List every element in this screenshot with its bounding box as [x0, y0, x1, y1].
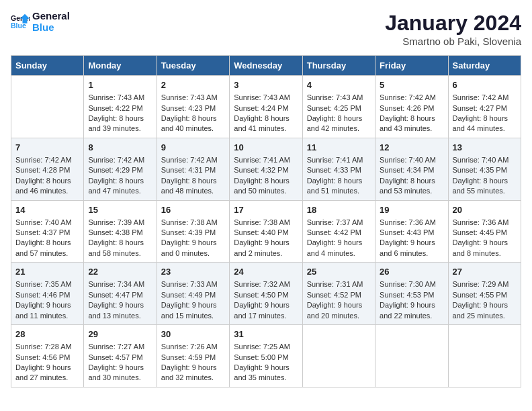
day-number: 7: [15, 142, 79, 154]
day-number: 19: [380, 204, 443, 216]
calendar-cell: [448, 325, 521, 387]
cell-line: and 13 minutes.: [88, 312, 140, 320]
weekday-header-row: SundayMondayTuesdayWednesdayThursdayFrid…: [11, 56, 521, 76]
calendar-cell: 31Sunrise: 7:25 AMSunset: 5:00 PMDayligh…: [230, 325, 302, 387]
cell-line: Sunrise: 7:41 AM: [234, 156, 290, 164]
weekday-header-tuesday: Tuesday: [157, 56, 229, 76]
cell-line: Sunrise: 7:41 AM: [307, 156, 363, 164]
cell-line: Sunrise: 7:42 AM: [453, 93, 509, 101]
calendar-header: SundayMondayTuesdayWednesdayThursdayFrid…: [11, 56, 521, 76]
day-number: 3: [234, 79, 298, 91]
title-block: January 2024 Smartno ob Paki, Slovenia: [385, 11, 521, 47]
cell-line: Sunset: 4:34 PM: [380, 166, 434, 174]
weekday-header-friday: Friday: [375, 56, 448, 76]
cell-line: and 2 minutes.: [234, 249, 282, 257]
day-number: 9: [161, 142, 225, 154]
cell-line: and 43 minutes.: [380, 124, 432, 132]
cell-line: Sunset: 4:28 PM: [15, 166, 70, 174]
cell-line: Sunrise: 7:42 AM: [88, 156, 144, 164]
cell-line: and 44 minutes.: [453, 124, 505, 132]
cell-line: Sunrise: 7:42 AM: [161, 156, 218, 164]
cell-line: and 55 minutes.: [453, 187, 505, 195]
cell-line: Sunset: 4:52 PM: [307, 291, 361, 299]
cell-line: Sunrise: 7:40 AM: [453, 156, 509, 164]
cell-line: Daylight: 8 hours: [380, 114, 435, 122]
calendar-cell: 30Sunrise: 7:26 AMSunset: 4:59 PMDayligh…: [157, 325, 229, 387]
calendar-cell: 3Sunrise: 7:43 AMSunset: 4:24 PMDaylight…: [230, 76, 302, 138]
cell-line: and 22 minutes.: [380, 312, 432, 320]
cell-line: Sunrise: 7:43 AM: [161, 93, 218, 101]
cell-line: Sunrise: 7:26 AM: [161, 342, 218, 351]
cell-line: Daylight: 9 hours: [380, 301, 435, 309]
cell-line: and 6 minutes.: [380, 249, 428, 257]
day-number: 18: [307, 204, 371, 216]
day-number: 5: [380, 79, 443, 91]
cell-line: Daylight: 8 hours: [88, 177, 144, 185]
cell-line: Daylight: 9 hours: [307, 238, 363, 246]
cell-line: Sunrise: 7:35 AM: [15, 280, 72, 288]
day-number: 17: [234, 204, 298, 216]
calendar-cell: 21Sunrise: 7:35 AMSunset: 4:46 PMDayligh…: [11, 263, 84, 325]
calendar-cell: 2Sunrise: 7:43 AMSunset: 4:23 PMDaylight…: [157, 76, 229, 138]
weekday-header-sunday: Sunday: [11, 56, 84, 76]
cell-line: and 57 minutes.: [15, 249, 68, 257]
cell-line: Sunset: 4:47 PM: [88, 291, 142, 299]
calendar-title: January 2024: [385, 11, 521, 36]
cell-line: Sunset: 4:39 PM: [161, 228, 216, 236]
cell-line: Daylight: 8 hours: [234, 114, 290, 122]
cell-line: Sunrise: 7:43 AM: [88, 93, 144, 101]
cell-line: Daylight: 9 hours: [88, 363, 144, 371]
day-number: 20: [453, 204, 517, 216]
cell-line: Daylight: 8 hours: [453, 177, 508, 185]
cell-line: Daylight: 8 hours: [161, 177, 217, 185]
calendar-cell: 7Sunrise: 7:42 AMSunset: 4:28 PMDaylight…: [11, 138, 84, 200]
cell-line: Sunrise: 7:28 AM: [15, 342, 72, 351]
cell-line: Daylight: 9 hours: [161, 238, 217, 246]
cell-line: and 47 minutes.: [88, 187, 140, 195]
cell-line: and 51 minutes.: [307, 187, 359, 195]
cell-line: and 32 minutes.: [161, 373, 214, 381]
cell-line: Sunset: 4:35 PM: [453, 166, 507, 174]
cell-line: Sunset: 4:26 PM: [380, 104, 434, 112]
cell-line: Sunrise: 7:39 AM: [88, 218, 144, 226]
cell-line: Daylight: 9 hours: [15, 363, 71, 371]
day-number: 2: [161, 79, 225, 91]
day-number: 16: [161, 204, 225, 216]
cell-line: and 20 minutes.: [307, 312, 359, 320]
calendar-table: SundayMondayTuesdayWednesdayThursdayFrid…: [11, 55, 521, 387]
calendar-body: 1Sunrise: 7:43 AMSunset: 4:22 PMDaylight…: [11, 76, 521, 387]
calendar-cell: 28Sunrise: 7:28 AMSunset: 4:56 PMDayligh…: [11, 325, 84, 387]
cell-line: and 0 minutes.: [161, 249, 210, 257]
calendar-cell: 18Sunrise: 7:37 AMSunset: 4:42 PMDayligh…: [302, 200, 375, 263]
cell-line: Sunrise: 7:38 AM: [234, 218, 290, 226]
cell-line: and 39 minutes.: [88, 124, 140, 132]
calendar-cell: [302, 325, 375, 387]
cell-line: Sunset: 4:43 PM: [380, 228, 434, 236]
cell-line: Sunset: 4:56 PM: [15, 353, 70, 361]
calendar-cell: [375, 325, 448, 387]
day-number: 21: [15, 266, 79, 278]
weekday-header-wednesday: Wednesday: [230, 56, 302, 76]
cell-line: Daylight: 9 hours: [453, 238, 508, 246]
cell-line: Sunrise: 7:33 AM: [161, 280, 218, 288]
cell-line: Daylight: 8 hours: [88, 114, 144, 122]
cell-line: Sunset: 4:42 PM: [307, 228, 361, 236]
day-number: 12: [380, 142, 443, 154]
week-row-1: 1Sunrise: 7:43 AMSunset: 4:22 PMDaylight…: [11, 76, 521, 138]
day-number: 27: [453, 266, 517, 278]
cell-line: Daylight: 9 hours: [234, 363, 290, 371]
cell-line: Sunset: 4:46 PM: [15, 291, 70, 299]
day-number: 30: [161, 328, 225, 340]
cell-line: Daylight: 9 hours: [234, 238, 290, 246]
cell-line: Daylight: 8 hours: [380, 177, 435, 185]
cell-line: Sunset: 4:22 PM: [88, 104, 142, 112]
calendar-cell: 9Sunrise: 7:42 AMSunset: 4:31 PMDaylight…: [157, 138, 229, 200]
day-number: 13: [453, 142, 517, 154]
cell-line: Sunset: 4:57 PM: [88, 353, 142, 361]
day-number: 6: [453, 79, 517, 91]
week-row-4: 21Sunrise: 7:35 AMSunset: 4:46 PMDayligh…: [11, 263, 521, 325]
cell-line: Sunrise: 7:29 AM: [453, 280, 509, 288]
cell-line: and 42 minutes.: [307, 124, 359, 132]
day-number: 15: [88, 204, 152, 216]
week-row-3: 14Sunrise: 7:40 AMSunset: 4:37 PMDayligh…: [11, 200, 521, 263]
